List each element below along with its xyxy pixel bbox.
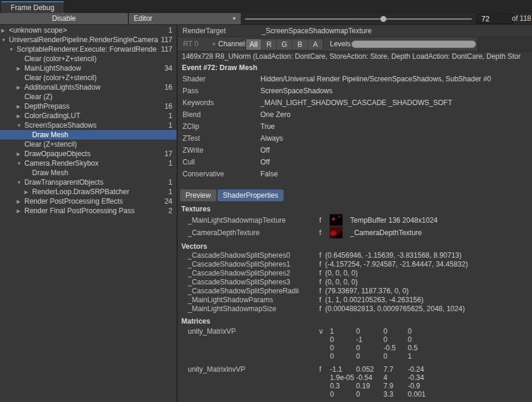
tree-item[interactable]: ▶<unknown scope>1 xyxy=(0,26,177,35)
matrix-cell: 0.052 xyxy=(356,365,383,373)
tree-item-label: Render Final PostProcessing Pass xyxy=(24,207,168,215)
texture-row: _CameraDepthTexturef_CameraDepthTexture xyxy=(178,226,532,239)
tree-item-label: ScreenSpaceShadows xyxy=(24,121,168,129)
tree-item[interactable]: ▶RenderLoop.DrawSRPBatcher1 xyxy=(0,187,177,197)
tree-item[interactable]: ▶AdditionalLightsShadow16 xyxy=(0,83,177,92)
foldout-collapsed-icon[interactable]: ▶ xyxy=(17,113,24,119)
tree-item[interactable]: ▼Camera.RenderSkybox1 xyxy=(0,159,177,168)
tree-item[interactable]: ▶MainLightShadow34 xyxy=(0,64,177,73)
tree-item[interactable]: ▼ScriptableRenderer.Execute: ForwardRend… xyxy=(0,45,177,54)
tab-shaderproperties[interactable]: ShaderProperties xyxy=(218,189,284,201)
foldout-expanded-icon[interactable]: ▼ xyxy=(17,160,24,166)
event-tree: ▶<unknown scope>1▼UniversalRenderPipelin… xyxy=(0,25,177,402)
tree-item[interactable]: Clear (Z+stencil) xyxy=(0,140,177,149)
window-tab-strip: Frame Debug xyxy=(0,0,532,13)
toolbar: Disable Editor ▼ of 118 xyxy=(0,13,532,25)
tree-item-count: 1 xyxy=(168,112,177,120)
matrix-type: f xyxy=(319,365,321,373)
levels-range-slider[interactable] xyxy=(351,40,476,48)
tree-item[interactable]: Draw Mesh xyxy=(0,168,177,178)
texture-thumbnail[interactable] xyxy=(330,227,342,238)
tree-item-label: Draw Mesh xyxy=(32,131,172,139)
vector-row: _CascadeShadowSplitSpheres2f(0, 0, 0, 0) xyxy=(178,269,532,278)
tree-indent-spacer xyxy=(24,173,32,173)
matrix-block: unity_MatrixInvVPf-1.10.0527.7-0.241.9e-… xyxy=(178,365,532,398)
textures-section-header: Textures xyxy=(178,205,532,214)
foldout-expanded-icon[interactable]: ▼ xyxy=(17,122,24,128)
matrix-cell: 0 xyxy=(330,335,356,344)
preview-tab-bar: PreviewShaderProperties xyxy=(180,189,532,201)
tree-item[interactable]: ▶DepthPrepass16 xyxy=(0,102,177,111)
levels-label: Levels xyxy=(330,37,351,51)
target-dropdown[interactable]: Editor ▼ xyxy=(129,13,241,24)
foldout-collapsed-icon[interactable]: ▶ xyxy=(17,198,24,204)
frame-slider[interactable] xyxy=(245,18,472,20)
vector-value: (0.0004882813, 0.0009765625, 2048, 1024) xyxy=(325,305,465,314)
property-row: ShaderHidden/Universal Render Pipeline/S… xyxy=(178,73,532,85)
foldout-expanded-icon[interactable]: ▼ xyxy=(1,37,9,43)
event-title: Event #72: Draw Mesh xyxy=(178,61,532,73)
foldout-collapsed-icon[interactable]: ▶ xyxy=(17,65,24,71)
channel-button-g[interactable]: G xyxy=(277,39,292,50)
tree-item[interactable]: ▼DrawTransparentObjects1 xyxy=(0,178,177,187)
foldout-collapsed-icon[interactable]: ▶ xyxy=(24,189,32,195)
render-target-label: RenderTarget xyxy=(178,25,260,37)
matrix-cell: 0 xyxy=(383,335,408,344)
channel-button-r[interactable]: R xyxy=(262,39,277,50)
property-label: ZClip xyxy=(178,121,260,132)
frame-number-input[interactable] xyxy=(476,14,513,24)
tree-indent-spacer xyxy=(24,135,32,135)
vector-value: (0, 0, 0, 0) xyxy=(325,278,358,287)
tab-preview[interactable]: Preview xyxy=(180,189,216,201)
tree-item[interactable]: ▶DrawOpaqueObjects17 xyxy=(0,149,177,159)
matrix-type: v xyxy=(319,327,323,335)
tree-item-count: 16 xyxy=(165,102,177,110)
tree-item[interactable]: ▶Render PostProcessing Effects24 xyxy=(0,197,177,206)
texture-name: _CameraDepthTexture xyxy=(188,229,260,237)
matrix-cell: -0.34 xyxy=(408,373,449,382)
foldout-expanded-icon[interactable]: ▼ xyxy=(9,46,17,52)
event-detail-panel: RenderTarget _ScreenSpaceShadowmapTextur… xyxy=(178,25,532,402)
tree-item-count: 16 xyxy=(165,83,177,91)
foldout-expanded-icon[interactable]: ▼ xyxy=(17,179,24,185)
rt-index-dropdown[interactable]: RT 0 xyxy=(180,39,216,49)
channel-button-b[interactable]: B xyxy=(292,39,308,50)
frame-slider-handle[interactable] xyxy=(380,16,386,22)
tree-item[interactable]: Draw Mesh xyxy=(0,130,177,140)
matrix-cell: 0 xyxy=(356,390,383,398)
tree-item[interactable]: ▶ColorGradingLUT1 xyxy=(0,111,177,121)
foldout-collapsed-icon[interactable]: ▶ xyxy=(17,84,24,90)
matrix-cell: -0.24 xyxy=(408,365,449,373)
channel-button-a[interactable]: A xyxy=(308,39,323,50)
tree-item-count: 24 xyxy=(165,197,177,205)
vector-row: _CascadeShadowSplitSpheres0f(0.6456946, … xyxy=(178,251,532,260)
vector-name: _MainLightShadowmapSize xyxy=(188,305,276,314)
vector-type: f xyxy=(319,251,321,260)
property-label: Keywords xyxy=(178,97,260,109)
foldout-collapsed-icon[interactable]: ▶ xyxy=(1,27,9,33)
render-target-value: _ScreenSpaceShadowmapTexture xyxy=(262,27,372,35)
foldout-collapsed-icon[interactable]: ▶ xyxy=(17,208,24,214)
matrices-section-header: Matrices xyxy=(178,317,532,326)
matrix-cell: 7.7 xyxy=(383,365,408,373)
foldout-collapsed-icon[interactable]: ▶ xyxy=(17,103,24,109)
tree-item[interactable]: Clear (Z) xyxy=(0,92,177,102)
tree-item[interactable]: ▼UniversalRenderPipeline.RenderSingleCam… xyxy=(0,35,177,45)
property-label: ZWrite xyxy=(178,144,260,156)
matrix-cell: 0.001 xyxy=(408,390,449,398)
tree-item-label: Camera.RenderSkybox xyxy=(24,159,168,167)
tree-item[interactable]: Clear (color+Z+stencil) xyxy=(0,54,177,64)
property-row: ZTestAlways xyxy=(178,132,532,144)
property-label: Shader xyxy=(178,73,260,85)
tree-item[interactable]: ▼ScreenSpaceShadows1 xyxy=(0,121,177,130)
foldout-collapsed-icon[interactable]: ▶ xyxy=(17,151,24,157)
tree-item[interactable]: Clear (color+Z+stencil) xyxy=(0,73,177,83)
tree-item[interactable]: ▶Render Final PostProcessing Pass2 xyxy=(0,206,177,216)
tree-item-label: ScriptableRenderer.Execute: ForwardRende xyxy=(17,45,161,53)
tree-item-count: 1 xyxy=(168,178,177,186)
texture-thumbnail[interactable] xyxy=(330,214,342,226)
channel-button-all[interactable]: All xyxy=(246,39,262,50)
tab-frame-debug[interactable]: Frame Debug xyxy=(1,1,64,13)
disable-button[interactable]: Disable xyxy=(0,13,128,24)
channel-button-group: AllRGBA xyxy=(245,39,323,50)
